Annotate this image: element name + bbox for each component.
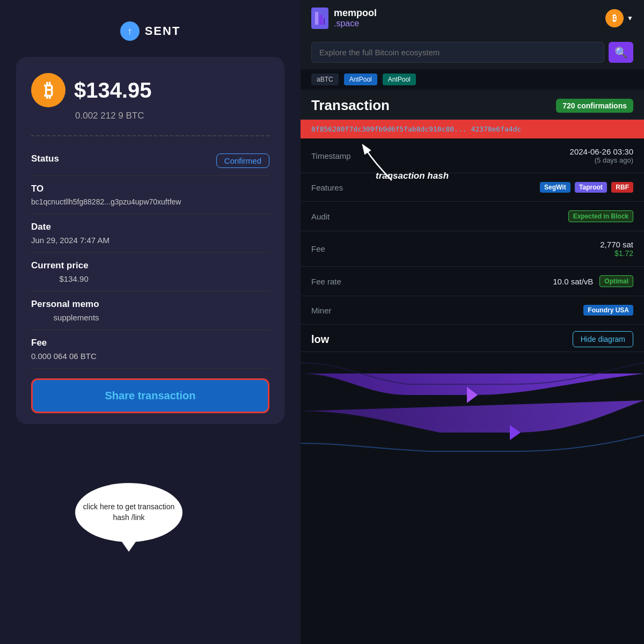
- speech-bubble: click here to get transaction hash /link: [75, 483, 182, 542]
- mempool-logo: mempool .space: [311, 8, 377, 29]
- timestamp-label: Timestamp: [311, 151, 360, 160]
- tag-optimal: Optimal: [599, 275, 633, 287]
- btc-logo: ₿: [31, 73, 65, 107]
- mempool-dotspace: .space: [334, 19, 377, 28]
- fee-rate-row: Fee rate 10.0 sat/vB Optimal: [301, 267, 644, 296]
- transaction-card: ₿ $134.95 0.002 212 9 BTC Status Confirm…: [16, 57, 284, 424]
- flow-svg: [301, 352, 644, 470]
- search-bar: 🔍: [301, 36, 644, 69]
- tag-segwit: SegWit: [540, 182, 570, 193]
- confirmed-badge: Confirmed: [216, 153, 269, 168]
- memo-row: Personal memo supplements: [31, 291, 269, 330]
- svg-rect-1: [319, 15, 323, 25]
- amount-btc: 0.002 212 9 BTC: [75, 111, 269, 121]
- features-label: Features: [311, 183, 360, 192]
- fee-detail-row: Fee 2,770 sat $1.72: [301, 231, 644, 267]
- price-label: Current price: [31, 260, 89, 271]
- tag-taproot: Taproot: [575, 182, 607, 193]
- pool-tag-abtc[interactable]: aBTC: [311, 74, 339, 85]
- audit-label: Audit: [311, 212, 360, 221]
- audit-row: Audit Expected in Block: [301, 202, 644, 231]
- sent-header: ↑ SENT: [120, 21, 181, 41]
- fee-detail-label: Fee: [311, 244, 360, 253]
- amount-row: ₿ $134.95: [31, 73, 269, 107]
- divider: [31, 135, 269, 136]
- to-row: TO bc1qcnuctllh5fg88282...g3pzu4upw70xuf…: [31, 176, 269, 214]
- flow-label: low: [311, 333, 329, 346]
- tx-header: Transaction 720 confirmations: [301, 90, 644, 120]
- fee-row: Fee 0.000 064 06 BTC: [31, 330, 269, 369]
- price-value: $134.90: [31, 274, 89, 283]
- left-panel: ↑ SENT ₿ $134.95 0.002 212 9 BTC Status …: [0, 0, 301, 644]
- timestamp-row: Timestamp 2024-06-26 03:30 (5 days ago): [301, 138, 644, 173]
- hide-diagram-button[interactable]: Hide diagram: [573, 331, 633, 347]
- search-button[interactable]: 🔍: [609, 42, 633, 63]
- tx-title: Transaction: [311, 97, 390, 114]
- mempool-name: mempool: [334, 8, 377, 19]
- bubble-text: click here to get transaction hash /link: [80, 502, 177, 523]
- annotation-area: transaction hash Timestamp 2024-06-26 03…: [301, 138, 644, 325]
- flow-section: low Hide diagram: [301, 325, 644, 352]
- chevron-down-icon[interactable]: ▼: [627, 14, 633, 22]
- mempool-icon: [311, 8, 328, 29]
- date-row: Date Jun 29, 2024 7:47 AM: [31, 214, 269, 253]
- right-panel: mempool .space ₿ ▼ 🔍 aBTC AntPool AntPoo…: [301, 0, 644, 644]
- annotation-label: transaction hash: [376, 171, 449, 181]
- pool-bar: aBTC AntPool AntPool: [301, 69, 644, 90]
- miner-label: Miner: [311, 306, 360, 315]
- pool-tag-antpool2[interactable]: AntPool: [383, 74, 416, 85]
- speech-bubble-container: click here to get transaction hash /link: [75, 483, 182, 542]
- memo-label: Personal memo: [31, 299, 99, 310]
- features-row: Features SegWit Taproot RBF: [301, 173, 644, 202]
- confirmations-badge: 720 confirmations: [556, 99, 633, 113]
- to-address: bc1qcnuctllh5fg88282...g3pzu4upw70xuftfe…: [31, 197, 181, 206]
- share-transaction-button[interactable]: Share transaction: [31, 378, 269, 413]
- fee-usd: $1.72: [600, 249, 633, 258]
- tag-foundry-usa: Foundry USA: [583, 305, 633, 316]
- tag-expected-in-block: Expected in Block: [568, 210, 633, 222]
- search-input[interactable]: [311, 42, 604, 63]
- fee-sat: 2,770 sat: [600, 240, 633, 249]
- fee-rate-value: 10.0 sat/vB: [553, 277, 593, 286]
- fee-label: Fee: [31, 338, 97, 348]
- timestamp-value: 2024-06-26 03:30: [570, 147, 633, 156]
- pool-tag-antpool1[interactable]: AntPool: [344, 74, 377, 85]
- status-label: Status: [31, 153, 59, 164]
- sent-label: SENT: [145, 24, 181, 38]
- timestamp-ago: (5 days ago): [570, 156, 633, 164]
- sent-icon: ↑: [120, 21, 140, 41]
- mempool-header: mempool .space ₿ ▼: [301, 0, 644, 36]
- svg-rect-2: [324, 18, 325, 25]
- amount-usd: $134.95: [74, 78, 152, 103]
- date-label: Date: [31, 222, 109, 232]
- price-row: Current price $134.90: [31, 253, 269, 291]
- detail-table: Timestamp 2024-06-26 03:30 (5 days ago) …: [301, 138, 644, 325]
- mempool-text: mempool .space: [334, 8, 377, 28]
- miner-row: Miner Foundry USA: [301, 296, 644, 325]
- tx-hash-text[interactable]: 8f856280f7dc309fb9d6f5fab8dc910c80... 42…: [311, 125, 521, 133]
- status-row: Status Confirmed: [31, 146, 269, 176]
- date-value: Jun 29, 2024 7:47 AM: [31, 236, 109, 245]
- tx-hash-row: 8f856280f7dc309fb9d6f5fab8dc910c80... 42…: [301, 120, 644, 138]
- share-btn-wrapper[interactable]: Share transaction: [31, 378, 269, 413]
- btc-badge: ₿: [605, 9, 624, 27]
- flow-diagram: [301, 352, 644, 470]
- to-label: TO: [31, 184, 181, 194]
- svg-rect-0: [315, 12, 318, 25]
- fee-rate-label: Fee rate: [311, 277, 360, 286]
- tag-rbf: RBF: [611, 182, 633, 193]
- memo-value: supplements: [31, 313, 99, 322]
- fee-value: 0.000 064 06 BTC: [31, 352, 97, 361]
